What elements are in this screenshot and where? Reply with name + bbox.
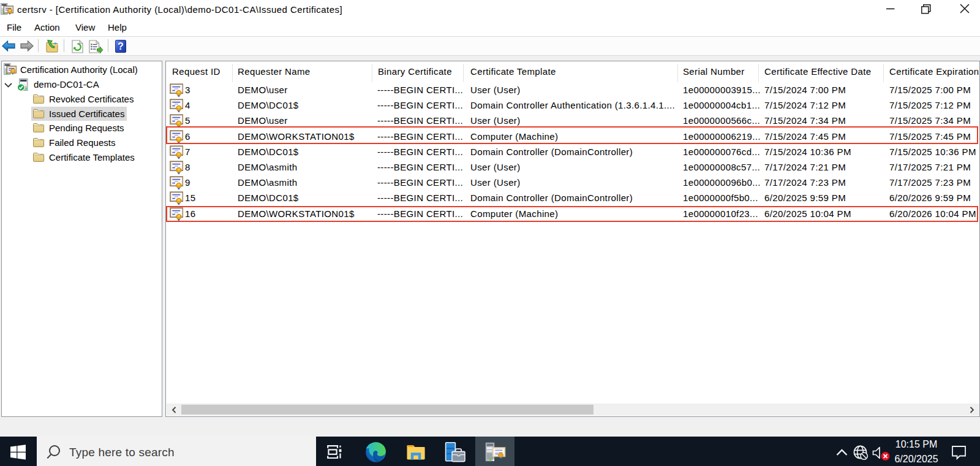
svg-text:?: ? (118, 41, 124, 52)
